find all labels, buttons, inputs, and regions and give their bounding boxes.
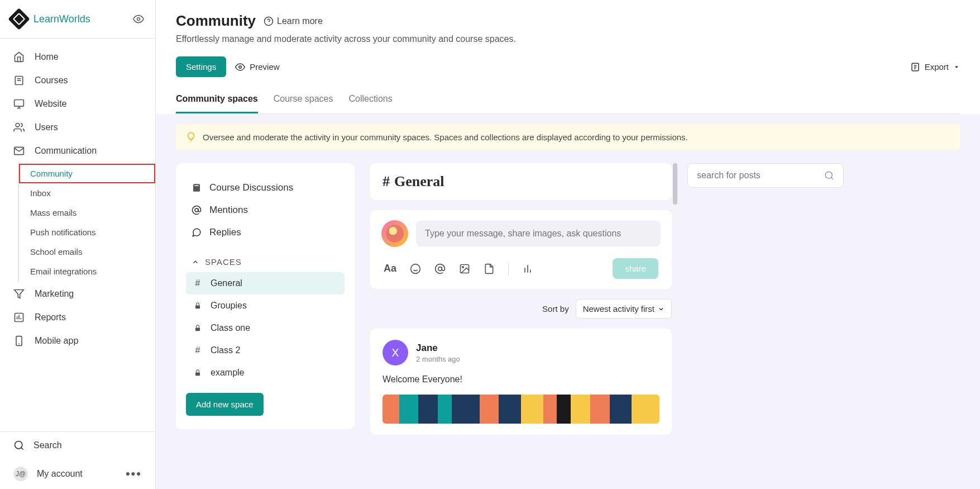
nav-label: Communication [35, 146, 97, 156]
settings-button[interactable]: Settings [176, 56, 226, 77]
space-item-example[interactable]: example [186, 362, 345, 384]
post-image[interactable] [383, 395, 659, 424]
svg-rect-29 [195, 305, 200, 308]
add-new-space-button[interactable]: Add new space [186, 393, 264, 416]
file-icon[interactable] [484, 263, 495, 274]
space-item-class-one[interactable]: Class one [186, 317, 345, 339]
space-label: Class one [211, 323, 250, 333]
feed-column: # General Aa [370, 163, 672, 435]
export-label: Export [925, 62, 949, 72]
at-icon [192, 205, 202, 215]
compose-input[interactable] [416, 221, 661, 246]
mention-icon[interactable] [434, 263, 446, 274]
spaces-panel: Course Discussions Mentions Replies SPAC… [176, 163, 355, 429]
chevron-down-icon [658, 306, 665, 312]
tab-community-spaces[interactable]: Community spaces [176, 88, 258, 113]
replies[interactable]: Replies [186, 221, 345, 244]
nav-reports[interactable]: Reports [0, 306, 155, 329]
svg-point-7 [16, 124, 20, 127]
svg-point-35 [438, 267, 442, 270]
banner-text: Oversee and moderate the activity in you… [203, 132, 688, 142]
space-label: example [211, 368, 244, 378]
poll-icon[interactable] [522, 263, 533, 274]
chevron-up-icon [192, 258, 199, 266]
subnav-school-emails[interactable]: School emails [19, 242, 155, 262]
book-icon [192, 183, 202, 193]
nav-users[interactable]: Users [0, 116, 155, 139]
sort-select[interactable]: Newest activity first [576, 299, 672, 319]
post-time: 2 months ago [416, 355, 460, 363]
subnav-push-notifications[interactable]: Push notifications [19, 222, 155, 242]
space-label: Class 2 [211, 345, 240, 355]
spaces-header[interactable]: SPACES [186, 244, 345, 272]
nav-website[interactable]: Website [0, 92, 155, 116]
search-icon [13, 440, 25, 451]
svg-rect-4 [15, 100, 24, 107]
preview-button[interactable]: Preview [235, 62, 279, 72]
nav-marketing[interactable]: Marketing [0, 282, 155, 306]
scrollbar[interactable] [673, 163, 677, 205]
more-icon[interactable]: ••• [126, 467, 142, 481]
course-discussions[interactable]: Course Discussions [186, 177, 345, 199]
export-button[interactable]: Export [910, 62, 960, 72]
page-subtitle: Effortlessly manage and moderate activit… [176, 34, 960, 44]
composer: Aa share [370, 210, 672, 289]
communication-submenu: Community Inbox Mass emails Push notific… [18, 163, 155, 282]
space-item-groupies[interactable]: Groupies [186, 295, 345, 317]
subnav-email-integrations[interactable]: Email integrations [19, 262, 155, 281]
mentions[interactable]: Mentions [186, 199, 345, 221]
avatar: J@ [13, 467, 28, 481]
nav-label: Reports [35, 312, 66, 322]
monitor-icon [13, 98, 25, 110]
footer-search[interactable]: Search [0, 432, 155, 459]
nav-courses[interactable]: Courses [0, 69, 155, 92]
preview-label: Preview [250, 62, 279, 72]
post-author[interactable]: Jane [416, 343, 460, 354]
emoji-icon[interactable] [410, 263, 421, 274]
footer-my-account[interactable]: J@ My account ••• [0, 459, 155, 489]
text-format-icon[interactable]: Aa [384, 263, 396, 274]
svg-point-41 [825, 172, 832, 178]
footer-label: Search [34, 440, 62, 450]
lock-icon [193, 302, 203, 310]
info-banner: Oversee and moderate the activity in you… [176, 124, 960, 150]
svg-rect-31 [195, 372, 200, 376]
space-item-general[interactable]: # General [186, 272, 345, 295]
sidebar-footer: Search J@ My account ••• [0, 431, 155, 489]
subnav-community[interactable]: Community [19, 164, 155, 183]
svg-point-16 [15, 441, 22, 449]
main-content: Community Learn more Effortlessly manage… [156, 0, 980, 489]
nav-mobile-app[interactable]: Mobile app [0, 329, 155, 353]
item-label: Course Discussions [209, 182, 293, 193]
nav-label: Users [35, 122, 58, 132]
tab-course-spaces[interactable]: Course spaces [274, 88, 333, 113]
visibility-icon[interactable] [133, 13, 144, 25]
nav-home[interactable]: Home [0, 45, 155, 69]
eye-icon [235, 62, 245, 72]
learn-more-link[interactable]: Learn more [264, 16, 323, 26]
subnav-mass-emails[interactable]: Mass emails [19, 203, 155, 222]
hash-icon: # [193, 278, 203, 288]
nav-communication[interactable]: Communication [0, 139, 155, 163]
search-posts-box[interactable] [687, 163, 844, 188]
brand-name: LearnWorlds [34, 13, 126, 25]
nav-label: Courses [35, 75, 68, 86]
page-title: Community [176, 12, 256, 30]
svg-marker-25 [955, 66, 958, 68]
svg-rect-30 [195, 327, 200, 331]
subnav-inbox[interactable]: Inbox [19, 183, 155, 203]
right-column [687, 163, 844, 188]
content-area: Oversee and moderate the activity in you… [156, 114, 980, 489]
search-icon [824, 170, 834, 181]
tab-collections[interactable]: Collections [348, 88, 392, 113]
item-label: Mentions [209, 205, 248, 216]
space-item-class-2[interactable]: # Class 2 [186, 339, 345, 362]
image-icon[interactable] [459, 263, 470, 274]
svg-rect-27 [194, 186, 199, 187]
share-button[interactable]: share [613, 258, 658, 279]
courses-icon [13, 75, 25, 86]
lock-icon [193, 369, 203, 377]
search-posts-input[interactable] [697, 170, 819, 181]
current-space-title: General [394, 173, 444, 190]
footer-label: My account [37, 469, 83, 479]
